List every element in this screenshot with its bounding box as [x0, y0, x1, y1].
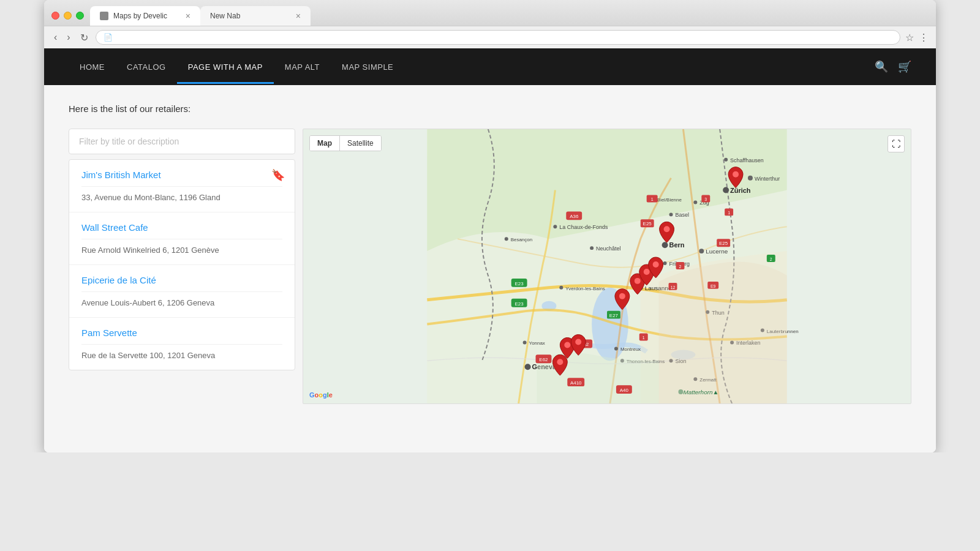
svg-text:1: 1 [651, 197, 654, 201]
svg-point-90 [664, 226, 670, 232]
retailer-address: Rue Arnold Winkelried 6, 1201 Genève [81, 239, 282, 255]
svg-point-13 [699, 249, 704, 253]
tab-label-2: New Nab [210, 12, 240, 20]
svg-text:2: 2 [770, 257, 772, 261]
svg-text:E62: E62 [539, 357, 548, 362]
svg-text:12: 12 [671, 285, 676, 290]
retailer-item[interactable]: Epicerie de la Cité Avenue Louis-Aubert … [69, 265, 295, 318]
svg-point-93 [644, 269, 650, 275]
svg-text:3: 3 [704, 197, 707, 201]
svg-text:2: 2 [679, 264, 682, 269]
app-content: HOME CATALOG PAGE WITH A MAP MAP ALT MAP… [44, 48, 936, 452]
retailer-name[interactable]: Epicerie de la Cité [81, 275, 282, 285]
svg-text:Schaffhausen: Schaffhausen [730, 157, 764, 163]
svg-point-39 [525, 364, 531, 370]
browser-window: Maps by Develic × New Nab × ‹ › ↻ 📄 ☆ ⋮ … [44, 0, 936, 452]
address-bar[interactable]: 📄 [96, 30, 900, 45]
retailer-address: 33, Avenue du Mont-Blanc, 1196 Gland [81, 186, 282, 202]
svg-text:La Chaux-de-Fonds: La Chaux-de-Fonds [559, 224, 608, 230]
tab-label-active: Maps by Develic [113, 12, 167, 20]
main-nav: HOME CATALOG PAGE WITH A MAP MAP ALT MAP… [44, 48, 936, 85]
svg-point-23 [590, 246, 594, 250]
svg-point-89 [733, 171, 739, 178]
svg-point-9 [723, 187, 729, 193]
search-button[interactable]: 🔍 [875, 60, 888, 73]
tab-close-active[interactable]: × [186, 11, 190, 21]
svg-text:A36: A36 [570, 214, 579, 219]
svg-point-15 [669, 212, 673, 216]
main-layout: 🔖 Jim's British Market 33, Avenue du Mon… [69, 129, 911, 404]
svg-point-96 [575, 339, 581, 345]
map-controls: Map Satellite [309, 135, 382, 151]
svg-point-47 [614, 347, 618, 350]
nav-item-catalog[interactable]: CATALOG [116, 50, 177, 84]
retailer-address: Avenue Louis-Aubert 6, 1206 Geneva [81, 291, 282, 307]
tab-close-2[interactable]: × [296, 11, 301, 21]
reload-button[interactable]: ↻ [78, 31, 91, 45]
svg-text:Basel: Basel [676, 212, 689, 218]
tabs-container: Maps by Develic × New Nab × [90, 6, 311, 26]
svg-text:1: 1 [728, 211, 730, 215]
nav-item-map-simple[interactable]: MAP SIMPLE [331, 50, 404, 84]
svg-text:Yverdon-les-Bains: Yverdon-les-Bains [565, 286, 605, 291]
retailer-item[interactable]: Wall Street Cafe Rue Arnold Winkelried 6… [69, 212, 295, 265]
svg-text:Zürich: Zürich [730, 187, 750, 194]
map-container: Map Satellite ⛶ [303, 129, 911, 404]
retailer-name[interactable]: Pam Servette [81, 328, 282, 338]
page-content: Here is the list of our retailers: 🔖 Jim… [44, 85, 936, 452]
left-panel: 🔖 Jim's British Market 33, Avenue du Mon… [69, 129, 295, 370]
retailer-item[interactable]: 🔖 Jim's British Market 33, Avenue du Mon… [69, 160, 295, 212]
nav-item-home[interactable]: HOME [69, 50, 116, 84]
toolbar-icons: ☆ ⋮ [905, 32, 929, 43]
svg-text:A40: A40 [620, 388, 629, 393]
nav-right: 🔍 🛒 [875, 60, 911, 73]
svg-point-35 [559, 286, 563, 290]
close-window-button[interactable] [51, 12, 59, 20]
traffic-lights [51, 12, 84, 26]
browser-toolbar: ‹ › ↻ 📄 ☆ ⋮ [44, 26, 936, 48]
browser-tab-2[interactable]: New Nab × [200, 6, 311, 26]
retailer-item[interactable]: Pam Servette Rue de la Servette 100, 120… [69, 318, 295, 370]
cart-button[interactable]: 🛒 [898, 60, 911, 73]
svg-point-52 [678, 389, 683, 394]
svg-text:Bern: Bern [669, 241, 685, 249]
svg-text:Neuchâtel: Neuchâtel [596, 246, 620, 252]
svg-text:Biel/Bienne: Biel/Bienne [657, 197, 682, 203]
nav-item-map-alt[interactable]: MAP ALT [274, 50, 331, 84]
menu-button[interactable]: ⋮ [919, 32, 929, 43]
browser-tab-active[interactable]: Maps by Develic × [90, 6, 200, 26]
page-subtitle: Here is the list of our retailers: [69, 103, 911, 114]
minimize-window-button[interactable] [64, 12, 72, 20]
svg-text:Winterthur: Winterthur [755, 176, 780, 182]
nav-item-page-with-map[interactable]: PAGE WITH A MAP [177, 50, 274, 84]
svg-point-95 [564, 342, 570, 348]
retailer-name[interactable]: Wall Street Cafe [81, 222, 282, 233]
map-expand-button[interactable]: ⛶ [888, 135, 905, 152]
maximize-window-button[interactable] [76, 12, 84, 20]
retailer-name[interactable]: Jim's British Market [81, 170, 282, 180]
bookmark-button[interactable]: ☆ [905, 32, 914, 43]
svg-text:Matterhorn▲: Matterhorn▲ [683, 389, 718, 395]
svg-point-19 [662, 242, 668, 248]
svg-text:Lucerne: Lucerne [706, 248, 728, 255]
svg-point-5 [724, 158, 728, 162]
svg-point-94 [653, 261, 659, 268]
svg-point-92 [635, 278, 641, 284]
filter-input[interactable] [69, 129, 295, 154]
svg-text:E9: E9 [710, 284, 716, 288]
google-logo: Google [309, 391, 333, 399]
svg-text:A410: A410 [570, 380, 582, 386]
favicon [100, 12, 108, 20]
bookmark-icon: 🔖 [271, 168, 285, 182]
satellite-tab-button[interactable]: Satellite [340, 136, 381, 151]
svg-text:E27: E27 [609, 313, 619, 318]
svg-text:E25: E25 [643, 221, 652, 227]
back-button[interactable]: ‹ [51, 31, 59, 44]
retailer-list: 🔖 Jim's British Market 33, Avenue du Mon… [69, 159, 295, 370]
map-tab-button[interactable]: Map [310, 136, 340, 151]
forward-button[interactable]: › [64, 31, 72, 44]
svg-text:E23: E23 [515, 281, 524, 287]
svg-text:Yonnax: Yonnax [529, 340, 545, 346]
nav-items: HOME CATALOG PAGE WITH A MAP MAP ALT MAP… [69, 50, 875, 84]
svg-text:Besançon: Besançon [511, 237, 532, 242]
